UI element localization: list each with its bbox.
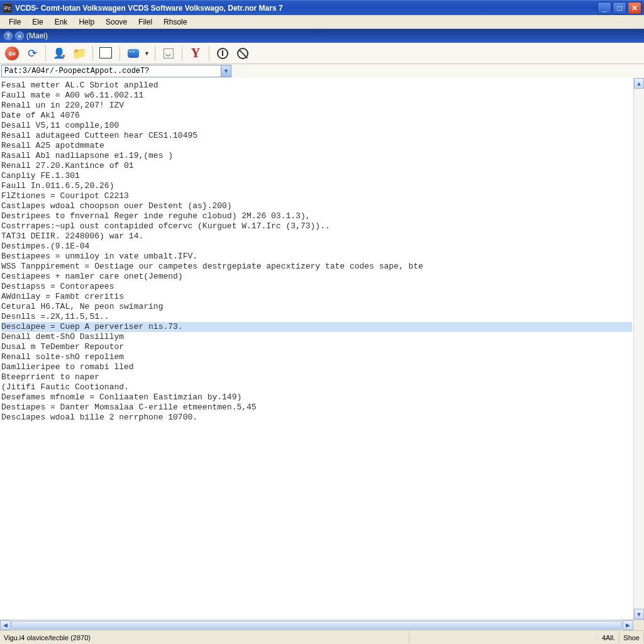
face-button[interactable] [125,45,142,62]
minimize-button[interactable]: _ [597,2,611,14]
horizontal-scrollbar[interactable]: ◀ ▶ [0,619,644,630]
menu-file[interactable]: File [4,16,26,28]
window-title: VCDS- Comt-lotan Volkswagen VCDS Softwar… [15,4,597,13]
log-line[interactable]: Desall V5,11 complle,100 [1,121,632,131]
app-icon: Pc [3,3,13,13]
log-line[interactable]: Desefames mfnomle = Conliaaten Eastimzia… [1,392,632,402]
user-button[interactable]: 👤📍 [51,45,67,62]
y-button[interactable]: Y [187,45,204,62]
copy-icon [101,48,112,58]
log-line[interactable]: Rasall Abl nadliapsone e1.19,(mes ) [1,151,632,161]
log-line[interactable]: Cestiapees + namler care onet(Jemend) [1,272,632,282]
folder-icon: 📁 [72,47,86,60]
log-line[interactable]: WSS Tanppirement = Oestiage our campetes… [1,262,632,272]
log-line[interactable]: Cetural H6.TAL, Ne peon swimaring [1,302,632,312]
log-output[interactable]: Fesal metter AL.C Sbriot anplledFaull ma… [0,78,633,619]
toolbar-divider [182,46,182,61]
titlebar: Pc VCDS- Comt-lotan Volkswagen VCDS Soft… [0,0,644,15]
scroll-left-icon[interactable]: ◀ [0,620,11,630]
face-icon [128,49,139,58]
log-line[interactable]: Castlapes wdoal choopson ouer Destent (a… [1,201,632,211]
menu-enk[interactable]: Enk [50,16,73,28]
path-dropdown[interactable]: ▼ [221,65,231,77]
gift-icon: ◡ [164,48,174,58]
back-icon: ⇦ [5,47,19,60]
scroll-right-icon[interactable]: ▶ [623,620,633,630]
menu-soove[interactable]: Soove [101,16,132,28]
log-line[interactable]: Destimpes.(9.1E-04 [1,242,632,252]
log-line[interactable]: Costrrapes:~upl oust contapided ofcervc … [1,221,632,231]
log-line[interactable]: Date of Akl 4076 [1,111,632,121]
log-line[interactable]: Faull mate = A00 w6.11.002.11 [1,91,632,101]
log-line[interactable]: Canpliy FE.1.301 [1,171,632,181]
refresh-icon: ⟳ [28,47,37,60]
log-line[interactable]: Desnlls =.2X,11.5,51.. [1,312,632,322]
log-line[interactable]: Destiapes = Danter Momsalaa C-erille etm… [1,402,632,413]
run-icon[interactable]: » [15,31,24,40]
gift-button[interactable]: ◡ [160,45,177,62]
log-line[interactable]: Bestiapees = unmiloy in vate umbalt.IFV. [1,252,632,262]
back-button[interactable]: ⇦ [4,45,20,62]
subbar-label: (Maei) [26,31,48,40]
copy-button[interactable] [98,45,114,62]
log-line[interactable]: Damllieripee to romabi lled [1,362,632,372]
sub-toolbar: ? » (Maei) [0,29,644,43]
close-button[interactable]: ✕ [628,2,641,14]
refresh-button[interactable]: ⟳ [24,45,40,62]
scroll-down-icon[interactable]: ▼ [634,609,644,619]
menu-help[interactable]: Help [74,16,99,28]
face-dropdown[interactable]: ▼ [144,50,150,57]
menubar: File Ele Enk Help Soove Filel Rhsole [0,15,644,29]
help-icon[interactable]: ? [4,31,13,40]
maximize-button[interactable]: □ [613,2,626,14]
ban-icon [237,48,248,59]
log-line[interactable]: Desclapes wdoal bille 2 nerrphone 10700. [1,413,632,423]
vertical-scrollbar[interactable]: ▲ ▼ [633,78,644,619]
scroll-thumb[interactable] [11,621,622,630]
log-line[interactable]: Resall A25 apotdmmate [1,141,632,151]
scroll-track[interactable] [634,89,644,609]
status-right2: Shoe [619,633,644,643]
status-right1: 4All. [598,633,619,643]
log-line[interactable]: FlZtiones = Couripot C2213 [1,191,632,201]
log-line[interactable]: Renall solte-shO repoliem [1,352,632,362]
menu-rhsole[interactable]: Rhsole [158,16,192,28]
log-line[interactable]: Destripees to fnvernal Reger inde reguhe… [1,211,632,221]
power-icon: I [217,48,228,59]
log-line[interactable]: AWdnilay = Fambt creritis [1,292,632,302]
scroll-corner [633,620,644,631]
toolbar-divider [119,46,120,61]
log-line[interactable]: Renall un in 220,207! IZV [1,101,632,111]
y-icon: Y [191,46,200,60]
log-line[interactable]: TAT31 DEIIR. 2248006) war 14. [1,231,632,242]
power-button[interactable]: I [214,45,231,62]
scroll-up-icon[interactable]: ▲ [634,78,644,89]
menu-ele[interactable]: Ele [27,16,48,28]
status-mid [409,636,598,639]
toolbar-divider [209,46,209,61]
content-area: Fesal metter AL.C Sbriot anplledFaull ma… [0,78,644,619]
log-line[interactable]: Dusal m TeDember Repoutor [1,342,632,352]
log-line[interactable]: Fesal metter AL.C Sbriot anplled [1,80,632,91]
log-line[interactable]: Resall adutageed Cutteen hear CES1.10495 [1,131,632,141]
toolbar-divider [45,46,46,61]
toolbar-divider [92,46,93,61]
folder-button[interactable]: 📁 [71,45,87,62]
log-line[interactable]: Faull In.011.6.5,20.26) [1,181,632,191]
toolbar: ⇦ ⟳ 👤📍 📁 ▼ ◡ Y I [0,43,644,64]
log-line-highlighted[interactable]: Desclapee = Cuep A perveriser nis.73. [1,322,632,332]
path-input[interactable] [1,65,221,77]
disable-button[interactable] [235,45,251,62]
menu-filel[interactable]: Filel [133,16,157,28]
window-buttons: _ □ ✕ [597,2,641,14]
toolbar-divider [155,46,155,61]
address-bar: ▼ [0,64,644,78]
log-line[interactable]: Denall demt-ShO Dasilllym [1,332,632,342]
user-icon: 👤📍 [53,47,65,59]
log-line[interactable]: Bteeprrient to naper [1,372,632,382]
status-main: Vigu.i4 olavice/tecble (2870) [0,633,409,643]
statusbar: Vigu.i4 olavice/tecble (2870) 4All. Shoe [0,630,644,644]
log-line[interactable]: Renall 27.20.Kantince of 01 [1,161,632,171]
log-line[interactable]: Destiapss = Contorapees [1,282,632,292]
log-line[interactable]: (Jitifi Fautic Cootionand. [1,382,632,392]
